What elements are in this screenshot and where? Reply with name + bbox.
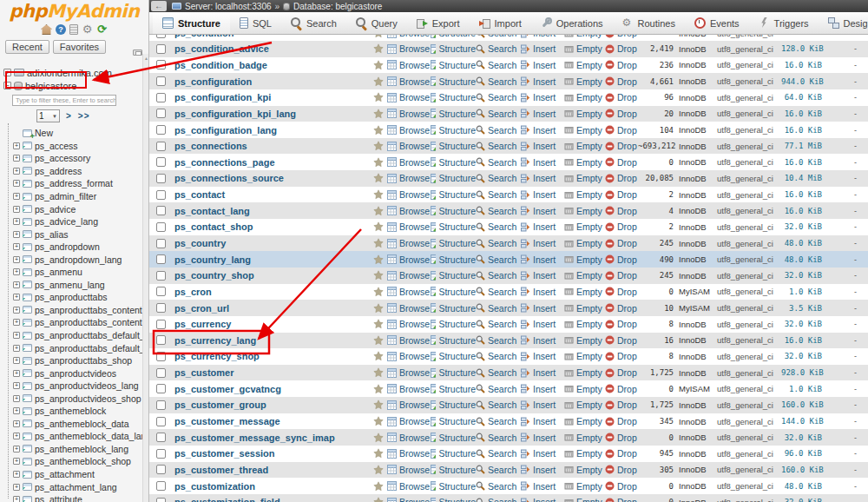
recent-tab[interactable]: Recent — [5, 40, 49, 54]
search-action[interactable]: Search — [476, 76, 521, 87]
favorites-tab[interactable]: Favorites — [53, 40, 106, 54]
insert-action[interactable]: Insert — [521, 497, 564, 502]
drop-action[interactable]: Drop — [605, 319, 638, 329]
collation[interactable]: utf8_general_ci — [713, 368, 781, 378]
table-name-link[interactable]: ps_cron_url — [170, 303, 370, 314]
collation[interactable]: utf8_general_ci — [713, 239, 781, 248]
row-checkbox[interactable] — [156, 352, 166, 361]
expand-icon[interactable]: + — [13, 332, 20, 339]
favorite-star-icon[interactable] — [373, 497, 384, 502]
database-name[interactable]: belgicastore — [25, 81, 76, 91]
search-action[interactable]: Search — [476, 416, 521, 426]
empty-action[interactable]: Empty — [564, 416, 605, 426]
insert-action[interactable]: Insert — [521, 319, 564, 329]
insert-action[interactable]: Insert — [521, 448, 564, 459]
favorite-star-icon[interactable] — [373, 238, 384, 248]
insert-action[interactable]: Insert — [521, 270, 564, 281]
favorite-star-icon[interactable] — [373, 43, 384, 54]
expand-icon[interactable]: + — [13, 382, 20, 389]
expand-icon[interactable]: + — [13, 319, 20, 326]
expand-icon[interactable]: + — [13, 243, 20, 250]
insert-action[interactable]: Insert — [521, 400, 564, 410]
favorite-star-icon[interactable] — [373, 335, 384, 346]
tab-export[interactable]: Export — [407, 12, 470, 34]
structure-action[interactable]: Structure — [431, 384, 476, 394]
table-name-link[interactable]: ps_configuration — [170, 76, 370, 87]
browse-action[interactable]: Browse — [387, 76, 431, 87]
docs-icon[interactable] — [69, 24, 78, 35]
tree-table-item[interactable]: + ps_accessory — [0, 152, 148, 165]
reload-icon[interactable]: ⟳ — [96, 24, 108, 35]
drop-action[interactable]: Drop — [605, 238, 638, 248]
tree-table-item[interactable]: + ps_advice_lang — [0, 215, 148, 228]
expand-icon[interactable]: + — [13, 218, 20, 225]
insert-action[interactable]: Insert — [521, 206, 564, 216]
insert-action[interactable]: Insert — [521, 335, 564, 346]
structure-action[interactable]: Structure — [431, 367, 476, 378]
drop-action[interactable]: Drop — [605, 465, 638, 475]
insert-action[interactable]: Insert — [521, 465, 564, 475]
favorite-star-icon[interactable] — [373, 254, 384, 265]
drop-action[interactable]: Drop — [605, 367, 638, 378]
search-action[interactable]: Search — [476, 481, 521, 492]
tree-table-item[interactable]: + ps_anproductvideos — [0, 367, 148, 380]
structure-action[interactable]: Structure — [431, 43, 476, 54]
empty-action[interactable]: Empty — [564, 173, 605, 183]
search-action[interactable]: Search — [476, 287, 521, 297]
settings-icon[interactable]: ⚙ — [82, 24, 93, 35]
favorite-star-icon[interactable] — [373, 303, 384, 314]
table-name-link[interactable]: ps_configuration_kpi — [170, 92, 370, 102]
insert-action[interactable]: Insert — [521, 125, 564, 135]
drop-action[interactable]: Drop — [605, 35, 638, 38]
expand-icon[interactable]: + — [13, 231, 20, 238]
tab-sql[interactable]: SQL — [230, 12, 281, 34]
tree-table-item[interactable]: + ps_anthemeblock_data_lar — [0, 430, 148, 443]
search-action[interactable]: Search — [476, 400, 521, 410]
tree-page-select[interactable]: 1▼ — [36, 109, 60, 122]
tree-table-item[interactable]: + ps_access — [0, 140, 148, 153]
row-checkbox[interactable] — [156, 222, 166, 232]
expand-icon[interactable]: + — [13, 484, 20, 491]
tree-table-item[interactable]: + ps_attribute — [0, 493, 148, 502]
empty-action[interactable]: Empty — [564, 238, 605, 248]
structure-action[interactable]: Structure — [431, 481, 476, 492]
table-name-link[interactable]: ps_cron — [170, 287, 370, 297]
favorite-star-icon[interactable] — [373, 319, 384, 329]
table-name-link[interactable]: ps_condition_badge — [170, 60, 370, 70]
breadcrumb-database[interactable]: Database: belgicastore — [293, 2, 382, 11]
drop-action[interactable]: Drop — [605, 303, 638, 314]
search-action[interactable]: Search — [476, 157, 521, 168]
tree-server-item[interactable]: + adixiondermika.com — [0, 66, 148, 79]
drop-action[interactable]: Drop — [605, 400, 638, 410]
drop-action[interactable]: Drop — [605, 448, 638, 459]
favorite-star-icon[interactable] — [373, 367, 384, 378]
search-action[interactable]: Search — [476, 254, 521, 265]
structure-action[interactable]: Structure — [431, 173, 476, 183]
table-name-link[interactable]: ps_customer_session — [170, 448, 370, 459]
drop-action[interactable]: Drop — [605, 141, 638, 151]
row-checkbox[interactable] — [156, 157, 166, 167]
empty-action[interactable]: Empty — [564, 92, 605, 102]
collation[interactable]: utf8_general_ci — [713, 481, 781, 491]
expand-icon[interactable]: + — [13, 307, 20, 314]
tree-table-item[interactable]: + ps_anproductvideos_lang — [0, 380, 148, 393]
drop-action[interactable]: Drop — [605, 287, 638, 297]
empty-action[interactable]: Empty — [564, 367, 605, 378]
structure-action[interactable]: Structure — [431, 270, 476, 281]
collapse-icon[interactable]: − — [3, 82, 11, 89]
table-name-link[interactable]: ps_customer_gcvatncg — [170, 384, 370, 394]
table-name-link[interactable]: ps_contact_lang — [170, 206, 370, 216]
empty-action[interactable]: Empty — [564, 43, 605, 54]
favorite-star-icon[interactable] — [373, 206, 384, 216]
empty-action[interactable]: Empty — [564, 351, 605, 361]
row-checkbox[interactable] — [156, 400, 166, 410]
favorite-star-icon[interactable] — [373, 287, 384, 297]
row-checkbox[interactable] — [156, 287, 166, 296]
expand-icon[interactable]: + — [13, 281, 20, 288]
expand-icon[interactable]: + — [13, 446, 20, 452]
browse-action[interactable]: Browse — [387, 335, 431, 346]
collation[interactable]: utf8_general_ci — [713, 271, 781, 281]
search-action[interactable]: Search — [476, 206, 521, 216]
structure-action[interactable]: Structure — [431, 448, 476, 459]
row-checkbox[interactable] — [156, 481, 166, 491]
